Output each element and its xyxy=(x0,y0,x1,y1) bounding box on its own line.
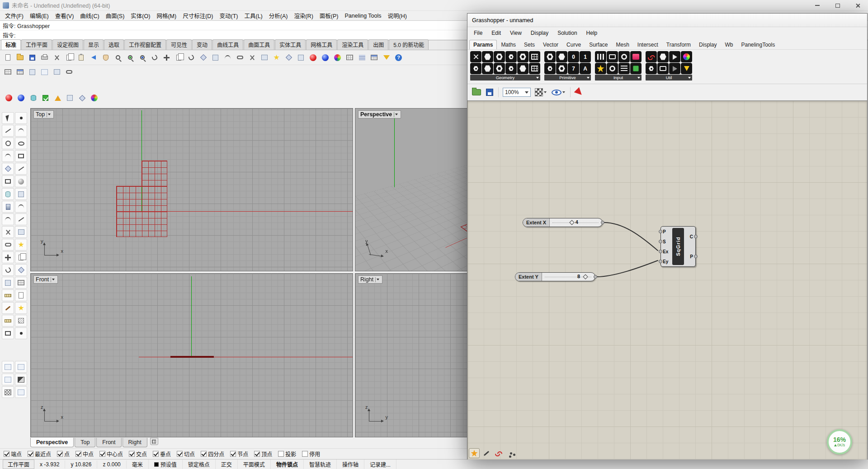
osnap-四分点[interactable]: 四分点 xyxy=(201,450,224,458)
new-viewport-tab-button[interactable] xyxy=(150,438,158,445)
rhino-menu-item[interactable]: 编辑(E) xyxy=(27,10,52,21)
measure-tool-button[interactable] xyxy=(2,315,14,327)
dock-panel-c-button[interactable] xyxy=(2,374,14,385)
control-knob-icon[interactable] xyxy=(618,51,630,62)
graph-mapper-icon[interactable] xyxy=(646,51,657,62)
close-button[interactable] xyxy=(848,0,868,11)
circle-tool-button[interactable] xyxy=(2,137,14,149)
osnap-停用[interactable]: 停用 xyxy=(302,450,320,458)
trim-tool-button[interactable] xyxy=(2,226,14,238)
paint-tool-button[interactable] xyxy=(2,302,14,314)
rhino-toolbar-tab[interactable]: 可见性 xyxy=(166,39,192,50)
move-tool-button[interactable] xyxy=(2,251,14,263)
gh-tab-vector[interactable]: Vector xyxy=(539,40,562,49)
gh-menu-item[interactable]: Help xyxy=(582,28,602,38)
magnet-tool-button[interactable] xyxy=(15,327,27,339)
output-label-c[interactable]: C xyxy=(690,234,693,239)
ribbon-group-label[interactable]: Input xyxy=(595,75,642,81)
ribbon-group-label[interactable]: Primitive xyxy=(544,75,591,81)
osnap-切点[interactable]: 切点 xyxy=(177,450,195,458)
checkbox-icon[interactable] xyxy=(153,451,159,457)
rhino-menu-item[interactable]: 文件(F) xyxy=(2,10,27,21)
split-button[interactable] xyxy=(258,52,270,64)
status-segment[interactable]: 锁定格点 xyxy=(183,460,216,469)
join-tool-button[interactable] xyxy=(2,239,14,251)
cluster-icon[interactable] xyxy=(681,51,692,62)
rhino-toolbar-tab[interactable]: 变动 xyxy=(192,39,212,50)
gh-tab-intersect[interactable]: Intersect xyxy=(633,40,662,49)
plane-param-icon[interactable] xyxy=(494,63,505,74)
profiler-widget[interactable]: 16% 0K/s xyxy=(827,429,852,455)
wireframe-viewport-button[interactable] xyxy=(344,52,356,64)
gradient-icon[interactable] xyxy=(630,51,642,62)
mirror-button[interactable] xyxy=(209,52,222,64)
open-file-button[interactable] xyxy=(14,52,26,64)
data-dam-icon[interactable] xyxy=(681,63,692,74)
rhino-menu-item[interactable]: Paneling Tools xyxy=(341,12,384,20)
circle-param-icon[interactable] xyxy=(505,63,517,74)
gh-tab-panelingtools[interactable]: PanelingTools xyxy=(737,40,779,49)
output-nub[interactable] xyxy=(601,221,604,224)
save-definition-button[interactable] xyxy=(485,88,494,97)
lock-button[interactable] xyxy=(295,52,307,64)
rhino-menu-item[interactable]: 网格(M) xyxy=(153,10,179,21)
number-slider-extent-x[interactable]: Extent X4 xyxy=(523,218,603,227)
free-curve-tool-button[interactable] xyxy=(15,125,27,137)
rhino-toolbar-tab[interactable]: 曲面工具 xyxy=(244,39,274,50)
checkbox-icon[interactable] xyxy=(28,451,33,457)
viewport-front-label[interactable]: Front xyxy=(33,275,58,284)
status-segment[interactable]: 预设值 xyxy=(149,460,183,469)
cut-button[interactable] xyxy=(51,52,63,64)
lightning-tool-button[interactable] xyxy=(15,302,27,314)
open-definition-button[interactable] xyxy=(471,88,482,96)
maximize-button[interactable] xyxy=(827,0,848,11)
input-label-ex[interactable]: Ex xyxy=(663,249,668,254)
print-button[interactable] xyxy=(38,52,51,64)
cone-primitive-button[interactable] xyxy=(52,92,64,104)
input-nub[interactable] xyxy=(659,240,662,243)
gh-tab-wb[interactable]: Wb xyxy=(721,40,737,49)
panel-icon[interactable] xyxy=(607,51,618,62)
gh-tab-curve[interactable]: Curve xyxy=(562,40,585,49)
trim-button[interactable] xyxy=(246,52,258,64)
rhino-toolbar-tab[interactable]: 显示 xyxy=(84,39,104,50)
osnap-垂点[interactable]: 垂点 xyxy=(153,450,171,458)
checkbox-icon[interactable] xyxy=(302,451,308,457)
output-nub[interactable] xyxy=(694,255,698,258)
hatch-tool-button[interactable] xyxy=(15,315,27,327)
viewport-tab-front[interactable]: Front xyxy=(96,438,121,447)
ribbon-group-label[interactable]: Util xyxy=(646,75,692,81)
rotate-view-button[interactable] xyxy=(148,52,160,64)
rhino-toolbar-tab[interactable]: 设定视图 xyxy=(52,39,83,50)
gh-tab-params[interactable]: Params xyxy=(469,40,497,49)
scale-tool-button[interactable] xyxy=(15,264,27,276)
status-segment[interactable]: 记录建... xyxy=(364,460,396,469)
canvas-curve-button[interactable] xyxy=(493,448,504,458)
zoom-dropdown[interactable]: 100% xyxy=(503,88,531,97)
xray-mode-button[interactable] xyxy=(76,92,88,104)
component-sqgrid[interactable]: PSExEy SqGrid CP xyxy=(660,226,696,267)
dock-panel-a-button[interactable] xyxy=(2,361,14,373)
mirror-tool-button[interactable] xyxy=(2,277,14,289)
named-views-button[interactable] xyxy=(534,87,547,97)
extrude-tool-button[interactable] xyxy=(2,201,14,213)
zoom-window-button[interactable] xyxy=(124,52,136,64)
split-tool-button[interactable] xyxy=(15,226,27,238)
dock-panel-dark-button[interactable] xyxy=(15,374,27,385)
dimension-tool-button[interactable] xyxy=(2,289,14,301)
viewport-menu-button[interactable] xyxy=(375,277,380,282)
shaded-mode-button[interactable] xyxy=(27,92,39,104)
button-icon[interactable] xyxy=(607,63,618,74)
cylinder-tool-button[interactable] xyxy=(2,188,14,200)
line-param-icon[interactable] xyxy=(517,63,528,74)
checkbox-icon[interactable] xyxy=(4,451,9,457)
number-param-icon[interactable]: 1 xyxy=(580,51,591,62)
atom-icon[interactable] xyxy=(646,63,657,74)
image-sampler-icon[interactable] xyxy=(595,63,606,74)
checkbox-icon[interactable] xyxy=(99,451,105,457)
input-nub[interactable] xyxy=(659,250,662,253)
dock-panel-d-button[interactable] xyxy=(15,386,27,398)
float-viewport-button[interactable] xyxy=(38,66,51,78)
dock-panel-check-button[interactable] xyxy=(2,386,14,398)
text-tool-button[interactable] xyxy=(15,289,27,301)
